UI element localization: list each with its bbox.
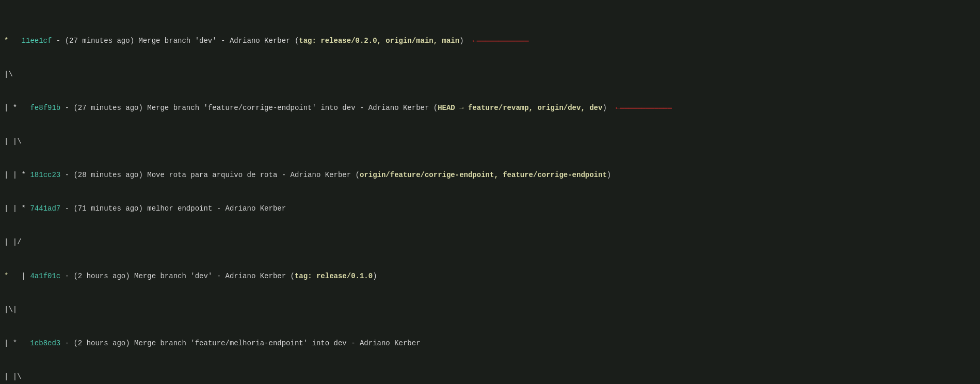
- commit-tags: HEAD → feature/revamp, origin/dev, dev: [438, 104, 602, 112]
- git-log-line-1: * 11ee1cf - (27 minutes ago) Merge branc…: [4, 36, 976, 47]
- commit-hash: 4a1f01c: [30, 272, 60, 280]
- commit-tags: origin/feature/corrige-endpoint, feature…: [360, 171, 607, 179]
- git-log-line-11: | |\: [4, 372, 976, 383]
- git-log-line-10: | * 1eb8ed3 - (2 hours ago) Merge branch…: [4, 338, 976, 349]
- git-log-line-8: * | 4a1f01c - (2 hours ago) Merge branch…: [4, 271, 976, 282]
- commit-tags: tag: release/0.2.0, origin/main, main: [299, 37, 459, 45]
- git-log-line-3: | * fe8f91b - (27 minutes ago) Merge bra…: [4, 103, 976, 114]
- git-log-line-4: | |\: [4, 136, 976, 148]
- commit-hash: 1eb8ed3: [30, 339, 60, 347]
- git-log-line-5: | | * 181cc23 - (28 minutes ago) Move ro…: [4, 170, 976, 181]
- commit-info: - (28 minutes ago) Move rota para arquiv…: [60, 171, 360, 179]
- commit-info: - (71 minutes ago) melhor endpoint - Adr…: [60, 204, 286, 213]
- git-log-line-7: | |/: [4, 237, 976, 248]
- commit-hash: 7441ad7: [30, 204, 60, 213]
- git-log-line-9: |\|: [4, 305, 976, 316]
- commit-hash: 11ee1cf: [22, 37, 52, 45]
- git-log-line-6: | | * 7441ad7 - (71 minutes ago) melhor …: [4, 203, 976, 215]
- commit-tags: tag: release/0.1.0: [295, 272, 373, 280]
- git-log-line-2: |\: [4, 69, 976, 81]
- commit-info: - (27 minutes ago) Merge branch 'dev' - …: [52, 37, 299, 45]
- terminal-output: * 11ee1cf - (27 minutes ago) Merge branc…: [0, 0, 980, 384]
- red-arrow-2: ←————————————: [616, 104, 672, 112]
- commit-info: - (2 hours ago) Merge branch 'dev' - Adr…: [60, 272, 295, 280]
- commit-info: - (27 minutes ago) Merge branch 'feature…: [60, 104, 438, 112]
- red-arrow-1: ←————————————: [472, 37, 528, 45]
- commit-hash: fe8f91b: [30, 104, 60, 112]
- commit-hash: 181cc23: [30, 171, 60, 179]
- graph-char: *: [4, 37, 22, 45]
- commit-info: - (2 hours ago) Merge branch 'feature/me…: [60, 339, 420, 347]
